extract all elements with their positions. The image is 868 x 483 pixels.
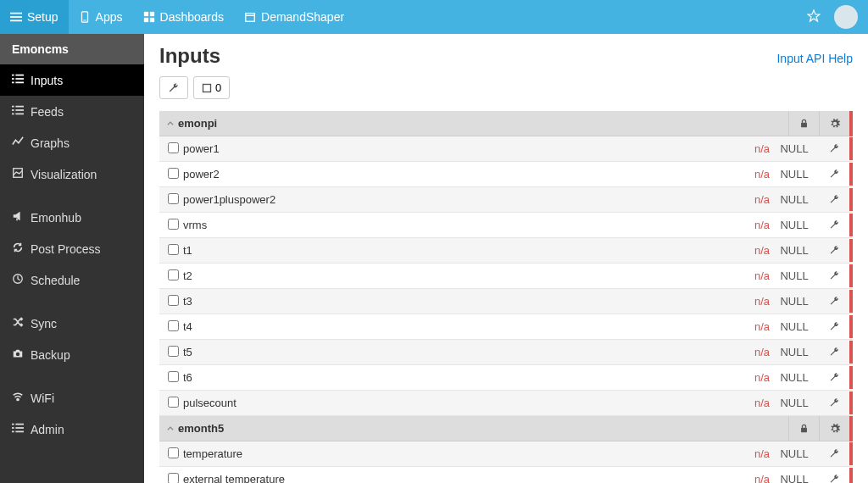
status-bar (849, 111, 853, 136)
row-checkbox[interactable] (168, 168, 179, 179)
sidebar-item-emonhub[interactable]: Emonhub (0, 202, 144, 233)
svg-rect-5 (143, 12, 147, 16)
svg-marker-11 (808, 10, 820, 21)
sidebar-item-sync[interactable]: Sync (0, 308, 144, 339)
configure-input-button[interactable] (819, 296, 849, 307)
input-status: n/a (727, 371, 770, 384)
sidebar-item-feeds[interactable]: Feeds (0, 96, 144, 127)
status-bar (849, 341, 853, 364)
gear-icon[interactable] (819, 416, 849, 441)
sidebar-item-backup[interactable]: Backup (0, 339, 144, 370)
svg-rect-1 (10, 16, 22, 18)
sidebar: Emoncms InputsFeedsGraphsVisualizationEm… (0, 34, 144, 483)
group-name: emonth5 (176, 422, 788, 435)
svg-rect-22 (12, 114, 14, 115)
svg-rect-8 (149, 18, 153, 22)
configure-input-button[interactable] (819, 372, 849, 383)
configure-button[interactable] (159, 76, 188, 99)
bullhorn-icon (12, 210, 24, 225)
input-row: power1n/aNULL (159, 136, 853, 162)
sidebar-item-schedule[interactable]: Schedule (0, 264, 144, 296)
input-status: n/a (727, 346, 770, 358)
refresh-icon (12, 242, 24, 256)
input-value: NULL (770, 295, 819, 308)
svg-rect-18 (12, 106, 14, 108)
topbar-setup[interactable]: Setup (0, 0, 69, 34)
input-row: t6n/aNULL (159, 365, 853, 391)
hamburger-icon (10, 11, 22, 23)
sidebar-item-inputs[interactable]: Inputs (0, 64, 144, 96)
configure-input-button[interactable] (819, 321, 849, 332)
configure-input-button[interactable] (819, 347, 849, 358)
sidebar-item-admin[interactable]: Admin (0, 414, 144, 445)
status-bar (849, 214, 853, 236)
configure-input-button[interactable] (819, 397, 849, 408)
row-checkbox[interactable] (168, 142, 179, 153)
list-icon (12, 73, 24, 87)
row-checkbox[interactable] (168, 473, 179, 484)
svg-rect-7 (143, 18, 147, 22)
sidebar-item-label: Feeds (31, 105, 64, 119)
input-row: t1n/aNULL (159, 238, 853, 264)
input-status: n/a (727, 397, 770, 409)
topbar-demandshaper-label: DemandShaper (261, 10, 344, 24)
sidebar-item-graphs[interactable]: Graphs (0, 127, 144, 158)
row-checkbox[interactable] (168, 346, 179, 357)
row-checkbox[interactable] (168, 447, 179, 458)
row-checkbox[interactable] (168, 219, 179, 230)
sidebar-item-label: Schedule (31, 274, 80, 287)
list-icon (12, 104, 24, 119)
sidebar-item-wifi[interactable]: WiFi (0, 382, 144, 414)
input-value: NULL (770, 473, 819, 483)
configure-input-button[interactable] (819, 448, 849, 459)
status-bar (849, 290, 853, 313)
configure-input-button[interactable] (819, 194, 849, 205)
chevron-up-icon[interactable] (159, 425, 176, 433)
input-label: t6 (181, 371, 727, 384)
status-bar (849, 442, 853, 465)
topbar-apps[interactable]: Apps (69, 0, 133, 34)
svg-point-27 (17, 398, 19, 400)
row-checkbox[interactable] (168, 371, 179, 382)
svg-rect-32 (12, 431, 14, 433)
configure-input-button[interactable] (819, 219, 849, 230)
topbar-bookmark[interactable] (797, 9, 831, 25)
input-value: NULL (770, 397, 819, 409)
svg-rect-14 (12, 78, 14, 80)
input-status: n/a (727, 473, 770, 483)
camera-icon (12, 347, 24, 362)
gear-icon[interactable] (819, 111, 849, 136)
configure-input-button[interactable] (819, 169, 849, 180)
input-label: t2 (181, 269, 727, 282)
user-avatar[interactable] (834, 5, 858, 29)
svg-rect-29 (15, 424, 24, 425)
input-row: power2n/aNULL (159, 162, 853, 187)
row-checkbox[interactable] (168, 397, 179, 408)
configure-input-button[interactable] (819, 143, 849, 154)
row-checkbox[interactable] (168, 193, 179, 204)
sidebar-item-post-process[interactable]: Post Process (0, 233, 144, 264)
chevron-up-icon[interactable] (159, 119, 176, 128)
collapse-button[interactable]: 0 (193, 76, 230, 99)
input-label: pulsecount (181, 397, 727, 409)
lock-icon[interactable] (788, 416, 819, 441)
row-checkbox[interactable] (168, 244, 179, 255)
row-checkbox[interactable] (168, 269, 179, 280)
configure-input-button[interactable] (819, 245, 849, 256)
sidebar-item-label: WiFi (31, 391, 54, 405)
group-header: emonpi (159, 111, 853, 136)
sidebar-item-visualization[interactable]: Visualization (0, 158, 144, 190)
input-row: external temperaturen/aNULL (159, 467, 853, 483)
svg-rect-15 (15, 78, 24, 80)
configure-input-button[interactable] (819, 270, 849, 281)
row-checkbox[interactable] (168, 295, 179, 306)
row-checkbox[interactable] (168, 320, 179, 331)
configure-input-button[interactable] (819, 474, 849, 483)
group-header: emonth5 (159, 416, 853, 441)
lock-icon[interactable] (788, 111, 819, 136)
topbar-dashboards[interactable]: Dashboards (133, 0, 235, 34)
topbar-demandshaper[interactable]: DemandShaper (234, 0, 354, 34)
input-label: temperature (181, 447, 727, 460)
wifi-icon (12, 391, 24, 405)
api-help-link[interactable]: Input API Help (776, 52, 853, 65)
